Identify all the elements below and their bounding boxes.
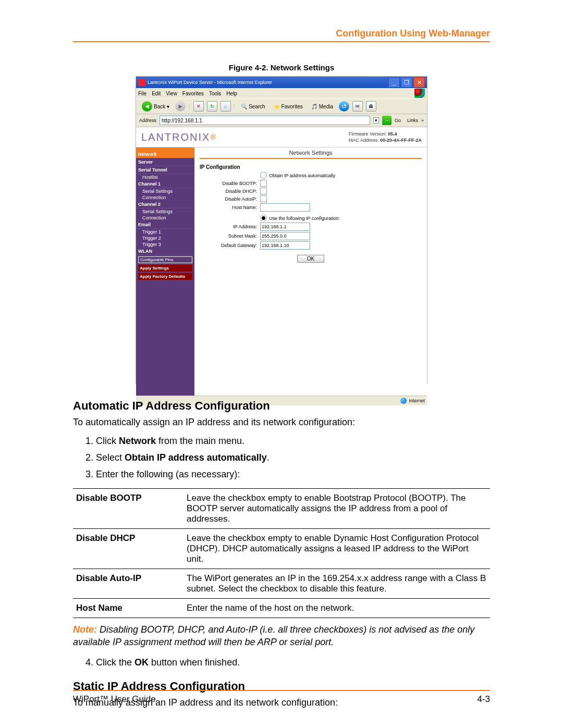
refresh-button[interactable]: ↻ [207, 101, 217, 112]
address-label: Address [139, 118, 156, 123]
steps-auto-cont: Click the OK button when finished. [73, 656, 490, 669]
sidebar-item-serial1[interactable]: Serial Settings [136, 188, 194, 194]
sidebar-item-serial2[interactable]: Serial Settings [136, 208, 194, 215]
figure-caption: Figure 4-2. Network Settings [73, 63, 490, 72]
note: Note: Disabling BOOTP, DHCP, and Auto-IP… [73, 623, 490, 648]
radio-auto[interactable] [260, 172, 267, 179]
ip-config-header: IP Configuration [200, 164, 422, 170]
sidebar-item-wlan[interactable]: WLAN [136, 248, 194, 255]
menu-file[interactable]: File [138, 91, 146, 96]
menu-help[interactable]: Help [226, 91, 237, 96]
table-row: Disable Auto-IPThe WiPort generates an I… [73, 569, 490, 599]
lantronix-logo: LANTRONIX [141, 131, 210, 143]
ip-label: IP Address: [200, 224, 257, 229]
table-row: Host NameEnter the name of the host on t… [73, 599, 490, 618]
opt-auto-label: Obtain IP address automatically [269, 173, 335, 178]
sidebar-item-channel1[interactable]: Channel 1 [136, 180, 194, 188]
firmware-label: Firmware Version: [349, 131, 387, 137]
hostname-input[interactable] [260, 203, 310, 212]
subnet-input[interactable] [260, 232, 310, 240]
disable-bootp-label: Disable BOOTP: [200, 181, 257, 186]
hostname-label: Host Name: [200, 205, 257, 210]
disable-dhcp-checkbox[interactable] [260, 188, 267, 194]
print-button[interactable]: 🖶 [366, 101, 376, 112]
favorites-button[interactable]: ⭐Favorites [271, 103, 305, 110]
sidebar-item-hostlist[interactable]: Hostlist [136, 174, 194, 180]
mac-value: 00-20-4A-FF-FF-2A [380, 138, 422, 143]
ip-input[interactable] [260, 223, 310, 231]
ok-button[interactable]: OK [297, 255, 324, 263]
toolbar: ◄Back ▾ ► | ✕ ↻ ⌂ | 🔍Search ⭐Favorites 🎵… [136, 98, 427, 114]
sidebar-item-trig2[interactable]: Trigger 2 [136, 235, 194, 241]
sidebar-apply-defaults[interactable]: Apply Factory Defaults [138, 273, 192, 280]
step-1: Click Network from the main menu. [96, 434, 490, 448]
sidebar-item-conn1[interactable]: Connection [136, 194, 194, 201]
window-title: Lantronix WiPort Device Server - Microso… [148, 80, 272, 85]
footer-right: 4-3 [477, 694, 490, 705]
sidebar-item-network[interactable]: Network [136, 151, 194, 158]
main-title: Network Settings [200, 147, 422, 159]
mail-button[interactable]: ✉ [352, 101, 363, 112]
table-row: Disable DHCPLeave the checkbox empty to … [73, 529, 490, 569]
main-panel: Network Settings IP Configuration Obtain… [194, 147, 427, 396]
menu-tools[interactable]: Tools [209, 91, 221, 96]
minimize-button[interactable]: _ [388, 77, 400, 88]
go-label: Go [395, 118, 401, 123]
opt-static-label: Use the following IP configuration: [269, 216, 340, 221]
app-icon [138, 79, 145, 86]
address-bar: Address ▾ → Go Links» [136, 114, 427, 127]
address-input[interactable] [160, 116, 370, 125]
menu-bar: File Edit View Favorites Tools Help [136, 88, 427, 98]
go-button[interactable]: → [382, 116, 391, 125]
sidebar-item-channel2[interactable]: Channel 2 [136, 201, 194, 208]
mac-label: MAC Address: [349, 138, 379, 143]
windows-logo-icon [414, 89, 425, 98]
sidebar-item-trig3[interactable]: Trigger 3 [136, 241, 194, 248]
disable-autoip-checkbox[interactable] [260, 195, 267, 202]
steps-auto: Click Network from the main menu. Select… [73, 434, 490, 481]
subnet-label: Subnet Mask: [200, 233, 257, 239]
sidebar-item-pins[interactable]: Configurable Pins [138, 256, 192, 263]
disable-bootp-checkbox[interactable] [260, 180, 267, 187]
table-row: Disable BOOTPLeave the checkbox empty to… [73, 489, 490, 529]
forward-button[interactable]: ► [175, 101, 186, 112]
para-auto-intro: To automatically assign an IP address an… [73, 417, 490, 428]
menu-favorites[interactable]: Favorites [182, 91, 204, 96]
screenshot-window: Lantronix WiPort Device Server - Microso… [136, 76, 427, 384]
header-rule [73, 41, 490, 42]
firmware-value: 05.4 [388, 131, 397, 137]
step-4: Click the OK button when finished. [96, 656, 490, 669]
menu-view[interactable]: View [166, 91, 177, 96]
window-titlebar: Lantronix WiPort Device Server - Microso… [136, 77, 427, 88]
sidebar-item-trig1[interactable]: Trigger 1 [136, 229, 194, 235]
menu-edit[interactable]: Edit [152, 91, 161, 96]
sidebar-item-server[interactable]: Server [136, 158, 194, 166]
sidebar: Network Server Serial Tunnel Hostlist Ch… [136, 147, 194, 396]
history-button[interactable]: ↺ [339, 101, 349, 112]
media-button[interactable]: 🎵Media [309, 103, 336, 110]
radio-static[interactable] [260, 215, 267, 221]
step-3: Enter the following (as necessary): [96, 467, 490, 481]
search-button[interactable]: 🔍Search [238, 103, 268, 110]
footer-left: WiPort™ User Guide [73, 694, 156, 705]
page-header: Configuration Using Web-Manager [73, 28, 490, 41]
step-2: Select Obtain IP address automatically. [96, 451, 490, 464]
gateway-label: Default Gateway: [200, 243, 257, 248]
sidebar-apply-settings[interactable]: Apply Settings [138, 265, 192, 272]
links-label[interactable]: Links [407, 118, 418, 123]
brand-bar: LANTRONIX® Firmware Version: 05.4 MAC Ad… [136, 127, 427, 147]
sidebar-item-conn2[interactable]: Connection [136, 215, 194, 221]
sidebar-item-email[interactable]: Email [136, 221, 194, 229]
disable-autoip-label: Disable AutoIP: [200, 196, 257, 202]
stop-button[interactable]: ✕ [193, 101, 204, 112]
page-footer: WiPort™ User Guide 4-3 [73, 690, 490, 705]
sidebar-item-serial-tunnel[interactable]: Serial Tunnel [136, 166, 194, 174]
maximize-button[interactable]: ❐ [401, 77, 412, 88]
close-button[interactable]: ✕ [413, 77, 425, 88]
status-text: Internet [409, 398, 425, 403]
options-table: Disable BOOTPLeave the checkbox empty to… [73, 488, 490, 618]
gateway-input[interactable] [260, 241, 310, 250]
home-button[interactable]: ⌂ [221, 101, 231, 112]
back-button[interactable]: ◄Back ▾ [139, 100, 172, 113]
heading-auto-ip: Automatic IP Address Configuration [73, 399, 490, 413]
